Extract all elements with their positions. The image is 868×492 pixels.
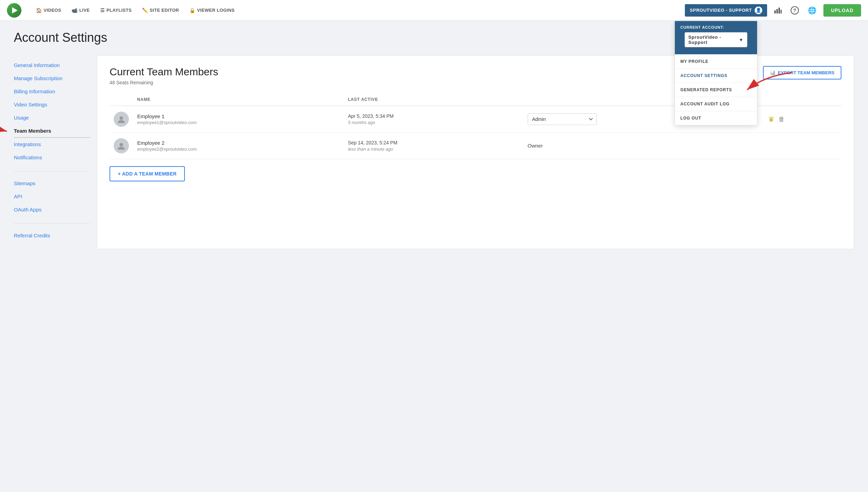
delete-member-icon[interactable]: 🗑 [779,116,785,123]
lock-icon: 🔒 [189,8,195,13]
chevron-down-icon: ▼ [739,37,744,42]
nav-playlists[interactable]: ☰ PLAYLISTS [96,5,136,16]
nav-links: 🏠 VIDEOS 📹 LIVE ☰ PLAYLISTS ✏️ SITE EDIT… [32,5,685,16]
person-silhouette-icon [117,115,125,123]
sidebar-item-usage[interactable]: Usage [14,111,90,124]
sidebar-item-integrations[interactable]: Integrations [14,138,90,151]
home-icon: 🏠 [36,8,42,13]
member-email: employee1@sproutvideo.com [137,120,340,125]
sidebar-divider-1 [14,171,90,171]
sidebar: General Information Manage Subscription … [14,55,90,249]
nav-site-editor[interactable]: ✏️ SITE EDITOR [138,5,183,16]
add-team-member-button[interactable]: + ADD A TEAM MEMBER [110,166,185,181]
col-name-header: NAME [133,94,344,106]
col-avatar [110,94,133,106]
person-icon: 👤 [755,7,762,14]
member-last-active-cell: Apr 5, 2023, 5:34 PM 5 months ago [344,106,523,133]
sidebar-item-team-members[interactable]: Team Members [14,124,90,138]
sidebar-item-sitemaps[interactable]: Sitemaps [14,177,90,190]
member-avatar-cell [110,106,133,133]
pencil-icon: ✏️ [142,8,148,13]
dropdown-account-settings[interactable]: ACCOUNT SETTINGS [675,68,757,83]
sidebar-item-oauth-apps[interactable]: OAuth Apps [14,203,90,216]
dropdown-header: CURRENT ACCOUNT: SproutVideo - Support ▼ [675,21,757,54]
sidebar-bottom-section: Referral Credits [14,229,90,242]
member-name: Employee 2 [137,140,340,146]
help-icon-button[interactable]: ? [789,4,801,17]
dropdown-log-out[interactable]: LOG OUT [675,111,757,125]
avatar [114,112,129,127]
member-last-active-cell: Sep 14, 2023, 5:24 PM less than a minute… [344,133,523,159]
col-last-active-header: LAST ACTIVE [344,94,523,106]
question-icon: ? [791,6,799,15]
member-avatar-cell [110,133,133,159]
account-dropdown-menu: CURRENT ACCOUNT: SproutVideo - Support ▼… [674,21,757,125]
sidebar-item-notifications[interactable]: Notifications [14,151,90,164]
dropdown-account-audit-log[interactable]: ACCOUNT AUDIT LOG [675,97,757,111]
account-dropdown-button[interactable]: SPROUTVIDEO - SUPPORT 👤 [685,4,767,17]
main-title: Current Team Members [110,66,218,78]
red-arrow-to-team-members [0,121,14,142]
logo[interactable] [7,3,21,18]
last-active-date: Apr 5, 2023, 5:34 PM [348,113,519,119]
svg-point-7 [120,143,123,146]
sidebar-item-billing-information[interactable]: Billing Information [14,85,90,98]
nav-live[interactable]: 📹 LIVE [67,5,94,16]
svg-rect-2 [779,8,780,13]
nav-right: SPROUTVIDEO - SUPPORT 👤 ? 🌐 UPLOAD [685,4,861,17]
svg-rect-0 [774,10,776,13]
owner-label: Owner [528,143,543,149]
sidebar-main-section: General Information Manage Subscription … [14,59,90,164]
member-name: Employee 1 [137,113,340,119]
list-icon: ☰ [100,8,105,13]
account-selector[interactable]: SproutVideo - Support ▼ [685,32,747,47]
nav-videos[interactable]: 🏠 VIDEOS [32,5,65,16]
dropdown-generated-reports[interactable]: GENERATED REPORTS [675,83,757,97]
member-name-cell: Employee 2 employee2@sproutvideo.com [133,133,344,159]
last-active-ago: 5 months ago [348,120,519,125]
avatar [114,138,129,153]
svg-point-6 [120,116,123,120]
upload-button[interactable]: UPLOAD [823,4,861,17]
col-actions-header [764,94,841,106]
role-select[interactable]: Admin Manager Viewer [528,113,597,125]
member-role-cell: Owner [523,133,764,159]
sidebar-item-api[interactable]: API [14,190,90,203]
crown-icon[interactable]: ♛ [768,115,774,123]
analytics-icon-button[interactable] [772,5,784,16]
globe-icon: 🌐 [808,6,817,15]
export-icon: 📊 [770,70,775,75]
play-icon [12,7,18,13]
sidebar-item-manage-subscription[interactable]: Manage Subscription [14,72,90,85]
member-actions-cell [764,133,841,159]
svg-rect-1 [776,9,778,13]
last-active-date: Sep 14, 2023, 5:24 PM [348,140,519,145]
person-silhouette-icon [117,142,125,150]
sidebar-divider-2 [14,223,90,224]
globe-icon-button[interactable]: 🌐 [806,4,819,17]
export-team-members-button[interactable]: 📊 EXPORT TEAM MEMBERS [763,66,841,79]
member-email: employee2@sproutvideo.com [137,146,340,152]
member-actions-cell: ♛ 🗑 [764,106,841,133]
sidebar-item-referral-credits[interactable]: Referral Credits [14,229,90,242]
sidebar-item-video-settings[interactable]: Video Settings [14,98,90,111]
bar-chart-icon [774,7,782,14]
sidebar-extra-section: Sitemaps API OAuth Apps [14,177,90,216]
video-icon: 📹 [72,8,77,13]
table-row: Employee 2 employee2@sproutvideo.com Sep… [110,133,841,159]
top-navigation: 🏠 VIDEOS 📹 LIVE ☰ PLAYLISTS ✏️ SITE EDIT… [0,0,868,21]
main-title-area: Current Team Members 48 Seats Remaining [110,66,218,85]
last-active-ago: less than a minute ago [348,146,519,152]
seats-remaining: 48 Seats Remaining [110,80,218,85]
member-name-cell: Employee 1 employee1@sproutvideo.com [133,106,344,133]
dropdown-my-profile[interactable]: MY PROFILE [675,54,757,68]
logo-icon [7,3,21,18]
sidebar-item-general-information[interactable]: General Information [14,59,90,72]
svg-rect-3 [781,10,782,13]
nav-viewer-logins[interactable]: 🔒 VIEWER LOGINS [185,5,239,16]
action-icons: ♛ 🗑 [768,115,837,123]
